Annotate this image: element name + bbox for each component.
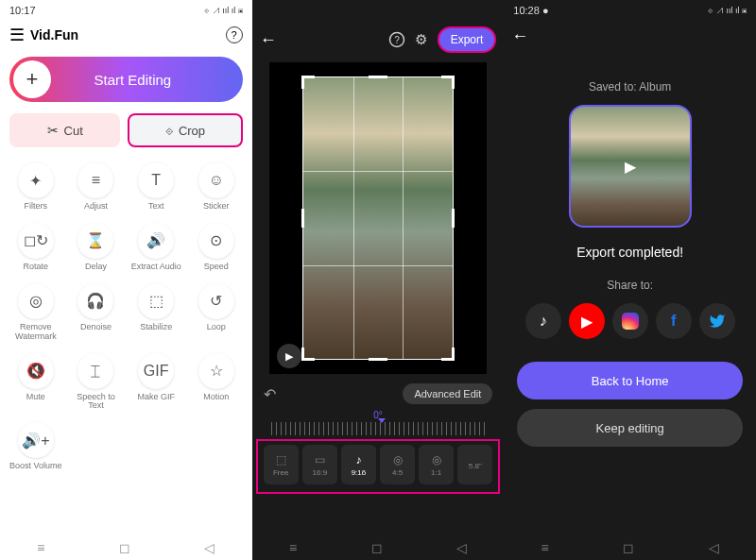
nav-home-icon[interactable]: ◻: [371, 540, 383, 555]
video-thumbnail: [303, 77, 453, 359]
tool-loop[interactable]: ↺Loop: [186, 280, 247, 346]
app-header: ☰ Vid.Fun ?: [0, 21, 252, 49]
nav-back-icon[interactable]: ◁: [204, 540, 215, 555]
ratio-label: 16:9: [313, 468, 328, 477]
play-button[interactable]: ▶: [277, 344, 301, 368]
tool-icon: ⌶: [77, 353, 113, 389]
crop-handle[interactable]: [369, 358, 387, 361]
tool-text[interactable]: TText: [126, 159, 186, 215]
back-icon[interactable]: ←: [260, 30, 277, 50]
tool-icon: ≡: [77, 162, 113, 198]
tool-delay[interactable]: ⌛Delay: [66, 219, 127, 276]
plus-icon: +: [13, 60, 51, 98]
tool-icon: GIF: [138, 353, 174, 389]
tool-rotate[interactable]: ◻↻Rotate: [6, 219, 66, 276]
crop-icon: ⟐: [165, 123, 173, 138]
share-facebook-icon[interactable]: f: [656, 303, 692, 339]
share-tiktok-icon[interactable]: ♪: [525, 303, 561, 339]
ratio-label: 9:16: [352, 468, 367, 477]
share-youtube-icon[interactable]: ▶: [569, 303, 605, 339]
tool-remove-watermark[interactable]: ◎Remove Watermark: [6, 280, 66, 346]
nav-home-icon[interactable]: ◻: [623, 540, 634, 555]
advanced-edit-button[interactable]: Advanced Edit: [403, 383, 492, 404]
ratio-58[interactable]: 5.8": [457, 445, 492, 484]
tool-sticker[interactable]: ☺Sticker: [186, 159, 247, 215]
tool-speed[interactable]: ⊙Speed: [186, 219, 247, 276]
tool-extract-audio[interactable]: 🔊Extract Audio: [126, 219, 186, 276]
tool-boost-volume[interactable]: 🔊+Boost Volume: [6, 418, 66, 475]
back-to-home-button[interactable]: Back to Home: [517, 362, 743, 399]
crop-frame[interactable]: [302, 76, 454, 360]
tool-icon: ☺: [198, 162, 234, 198]
back-icon[interactable]: ←: [511, 26, 528, 46]
tool-label: Adjust: [84, 202, 108, 212]
tool-icon: ☆: [198, 353, 234, 389]
tool-stabilize[interactable]: ⬚Stabilize: [126, 280, 186, 346]
crop-handle[interactable]: [301, 209, 304, 228]
ratio-icon: ◎: [393, 453, 403, 467]
status-bar: [252, 0, 505, 21]
rotation-ruler[interactable]: [271, 422, 486, 435]
export-thumbnail[interactable]: ▶: [569, 105, 692, 228]
tool-icon: ⊙: [198, 223, 234, 259]
menu-icon[interactable]: ☰: [9, 25, 25, 45]
tool-label: Denoise: [80, 323, 112, 332]
tool-label: Delay: [85, 263, 107, 272]
start-editing-button[interactable]: + Start Editing: [9, 57, 243, 102]
crop-button[interactable]: ⟐ Crop: [128, 113, 242, 147]
edit-header: ← ? ⚙ Export: [252, 21, 505, 59]
ratio-icon: ♪: [355, 453, 361, 467]
tool-make-gif[interactable]: GIFMake GIF: [126, 349, 186, 416]
nav-recents-icon[interactable]: ≡: [541, 540, 549, 555]
undo-icon[interactable]: ↶: [264, 385, 276, 403]
share-twitter-icon[interactable]: [699, 303, 735, 339]
tool-mute[interactable]: 🔇Mute: [6, 349, 66, 416]
play-icon: ▶: [625, 158, 636, 176]
nav-recents-icon[interactable]: ≡: [37, 540, 44, 555]
tool-icon: ✦: [18, 162, 54, 198]
ruler-pointer-icon: [378, 418, 386, 423]
crop-handle[interactable]: [452, 209, 455, 228]
nav-back-icon[interactable]: ◁: [456, 540, 467, 555]
ratio-4-5[interactable]: ◎4:5: [380, 445, 415, 484]
tool-icon: 🔇: [18, 353, 54, 389]
ratio-Free[interactable]: ⬚Free: [264, 445, 299, 484]
tool-adjust[interactable]: ≡Adjust: [66, 159, 127, 215]
aspect-ratio-row: ⬚Free▭16:9♪9:16◎4:5◎1:15.8": [256, 439, 501, 494]
help-icon[interactable]: ?: [388, 31, 405, 48]
tool-icon: ⬚: [138, 283, 174, 319]
status-time: 10:28 ●: [513, 5, 548, 16]
tool-icon: ↺: [198, 283, 234, 319]
tool-filters[interactable]: ✦Filters: [6, 159, 66, 215]
tool-speech-to-text[interactable]: ⌶Speech to Text: [66, 349, 127, 416]
video-preview[interactable]: ▶: [269, 62, 488, 374]
export-button[interactable]: Export: [438, 26, 497, 53]
nav-recents-icon[interactable]: ≡: [289, 540, 297, 555]
settings-icon[interactable]: ⚙: [413, 31, 430, 48]
tool-denoise[interactable]: 🎧Denoise: [66, 280, 127, 346]
tool-label: Make GIF: [137, 393, 175, 402]
tool-grid: ✦Filters≡AdjustTText☺Sticker◻↻Rotate⌛Del…: [0, 151, 252, 475]
share-instagram-icon[interactable]: [612, 303, 648, 339]
ratio-16-9[interactable]: ▭16:9: [302, 445, 337, 484]
cut-button[interactable]: ✂ Cut: [9, 113, 120, 147]
tool-motion[interactable]: ☆Motion: [186, 349, 247, 416]
tool-label: Motion: [203, 393, 229, 402]
edit-header: ←: [504, 21, 756, 52]
ratio-label: 5.8": [469, 462, 482, 470]
tool-label: Rotate: [24, 263, 49, 272]
nav-home-icon[interactable]: ◻: [119, 540, 130, 555]
status-icons: ⟐ ⩘ ııl ıl ▣: [204, 6, 243, 15]
ratio-icon: ▭: [315, 453, 325, 467]
keep-editing-button[interactable]: Keep editing: [517, 409, 743, 447]
nav-bar: ≡ ◻ ◁: [0, 535, 252, 560]
crop-handle[interactable]: [369, 76, 387, 78]
help-icon[interactable]: ?: [226, 26, 243, 43]
tool-label: Filters: [25, 202, 48, 212]
ratio-icon: ◎: [432, 453, 441, 467]
cut-label: Cut: [64, 124, 83, 138]
tool-icon: 🔊+: [18, 422, 54, 458]
nav-back-icon[interactable]: ◁: [709, 540, 719, 555]
ratio-9-16[interactable]: ♪9:16: [341, 445, 376, 484]
ratio-1-1[interactable]: ◎1:1: [419, 445, 454, 484]
